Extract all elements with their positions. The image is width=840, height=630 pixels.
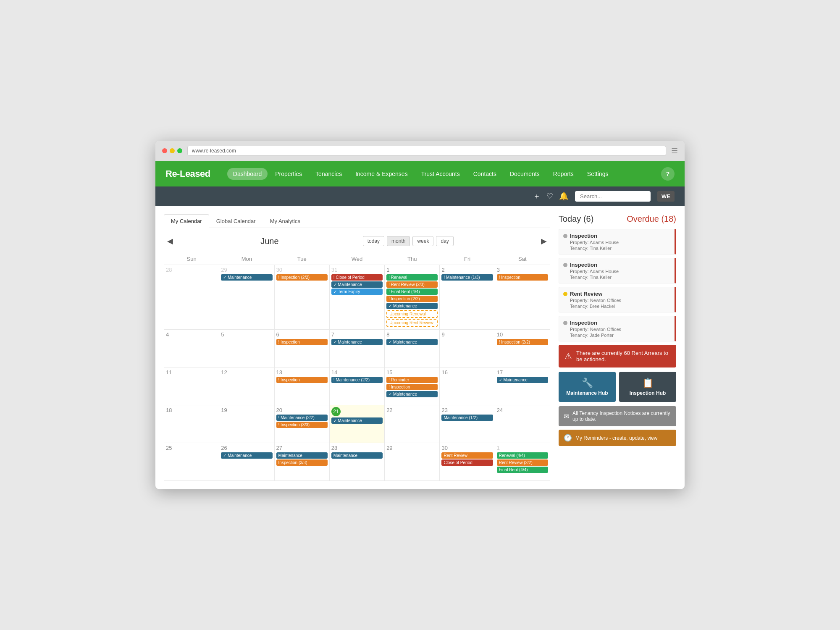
event-inspection-15[interactable]: ! Inspection xyxy=(386,384,438,390)
day-cell-22[interactable]: 22 xyxy=(385,405,440,443)
week-view-button[interactable]: week xyxy=(412,236,433,246)
event-final-rent-1[interactable]: ! Final Rent (4/4) xyxy=(386,289,438,295)
day-cell-24[interactable]: 24 xyxy=(495,405,550,443)
event-close-period-30[interactable]: Close of Period xyxy=(441,459,493,466)
event-close-period-31[interactable]: ! Close of Period xyxy=(331,274,383,281)
maintenance-hub-button[interactable]: 🔧 Maintenance Hub xyxy=(559,372,616,402)
day-cell-23[interactable]: 23 Maintenance (1/2) xyxy=(440,405,495,443)
event-rent-review-30[interactable]: Rent Review xyxy=(441,452,493,459)
event-reminder-15[interactable]: ! Reminder xyxy=(386,377,438,383)
day-cell-18[interactable]: 18 xyxy=(164,405,219,443)
event-rent-review-1[interactable]: ! Rent Review (2/3) xyxy=(386,281,438,288)
day-cell-15[interactable]: 15 ! Reminder ! Inspection ✓ Maintenance xyxy=(385,368,440,405)
next-month-button[interactable]: ▶ xyxy=(538,235,550,247)
day-cell-4[interactable]: 4 xyxy=(164,330,219,368)
today-button[interactable]: today xyxy=(363,236,384,246)
day-cell-14[interactable]: 14 ! Maintenance (2/2) xyxy=(329,368,384,405)
heart-icon[interactable]: ♡ xyxy=(546,192,553,201)
event-inspection-20[interactable]: ! Inspection (3/3) xyxy=(276,422,328,428)
event-renewal-1[interactable]: ! Renewal xyxy=(386,274,438,281)
day-cell-29-may[interactable]: 29 ✓ Maintenance xyxy=(219,265,274,330)
event-inspection-10[interactable]: ! Inspection (2/2) xyxy=(497,339,548,345)
event-renewal-1-jul[interactable]: Renewal (4/4) xyxy=(497,452,548,459)
event-maintenance-7[interactable]: ✓ Maintenance xyxy=(331,339,383,345)
user-badge[interactable]: WE xyxy=(657,191,675,202)
inspection-hub-button[interactable]: 📋 Inspection Hub xyxy=(619,372,676,402)
prev-month-button[interactable]: ◀ xyxy=(164,235,176,247)
task-item-rent-review[interactable]: Rent Review Property: Newton Offices Ten… xyxy=(559,287,676,312)
event-maintenance-15[interactable]: ✓ Maintenance xyxy=(386,391,438,397)
task-item-inspection-3[interactable]: Inspection Property: Newton Offices Tena… xyxy=(559,316,676,341)
day-cell-11[interactable]: 11 xyxy=(164,368,219,405)
day-cell-5[interactable]: 5 xyxy=(219,330,274,368)
day-cell-7[interactable]: 7 ✓ Maintenance xyxy=(329,330,384,368)
event-maintenance-8[interactable]: ✓ Maintenance xyxy=(386,339,438,345)
day-cell-27[interactable]: 27 Maintenance Inspection (3/3) xyxy=(274,443,329,481)
event-maintenance-2[interactable]: ! Maintenance (1/3) xyxy=(441,274,493,281)
day-cell-17[interactable]: 17 ✓ Maintenance xyxy=(495,368,550,405)
month-view-button[interactable]: month xyxy=(387,236,410,246)
event-maintenance-21[interactable]: ✓ Maintenance xyxy=(331,417,383,424)
event-upcoming-rent-1[interactable]: Upcoming Rent Review xyxy=(386,319,438,327)
nav-item-settings[interactable]: Settings xyxy=(581,168,614,180)
event-inspection-13[interactable]: ! Inspection xyxy=(276,377,328,383)
day-cell-26[interactable]: 26 ✓ Maintenance xyxy=(219,443,274,481)
event-inspection-6[interactable]: ! Inspection xyxy=(276,339,328,345)
event-maintenance-26[interactable]: ✓ Maintenance xyxy=(221,452,272,459)
nav-item-documents[interactable]: Documents xyxy=(504,168,546,180)
minimize-dot[interactable] xyxy=(170,148,175,153)
event-maintenance-1[interactable]: ✓ Maintenance xyxy=(386,303,438,309)
help-button[interactable]: ? xyxy=(661,167,675,181)
url-bar[interactable]: www.re-leased.com xyxy=(187,146,666,156)
day-cell-25[interactable]: 25 xyxy=(164,443,219,481)
day-view-button[interactable]: day xyxy=(436,236,453,246)
nav-item-properties[interactable]: Properties xyxy=(269,168,308,180)
event-inspection-3[interactable]: ! Inspection xyxy=(497,274,548,281)
day-cell-1-jul[interactable]: 1 Renewal (4/4) Rent Review (2/2) Final … xyxy=(495,443,550,481)
day-cell-8[interactable]: 8 ✓ Maintenance xyxy=(385,330,440,368)
rent-arrears-alert[interactable]: ⚠ There are currently 60 Rent Arrears to… xyxy=(559,345,676,368)
day-cell-28-may[interactable]: 28 xyxy=(164,265,219,330)
search-input[interactable] xyxy=(575,191,651,202)
maximize-dot[interactable] xyxy=(177,148,182,153)
day-cell-13[interactable]: 13 ! Inspection xyxy=(274,368,329,405)
day-cell-3-jun[interactable]: 3 ! Inspection xyxy=(495,265,550,330)
tab-my-calendar[interactable]: My Calendar xyxy=(164,214,209,228)
day-cell-31-may[interactable]: 31 ! Close of Period ✓ Maintenance ✓ Ter… xyxy=(329,265,384,330)
reminders-item[interactable]: 🕐 My Reminders - create, update, view xyxy=(559,430,676,446)
nav-item-tenancies[interactable]: Tenancies xyxy=(310,168,348,180)
event-inspection-27[interactable]: Inspection (3/3) xyxy=(276,459,328,466)
close-dot[interactable] xyxy=(162,148,167,153)
nav-item-reports[interactable]: Reports xyxy=(547,168,580,180)
day-cell-10[interactable]: 10 ! Inspection (2/2) xyxy=(495,330,550,368)
event-maintenance-14[interactable]: ! Maintenance (2/2) xyxy=(331,377,383,383)
event-inspection-30[interactable]: ! Inspection (2/2) xyxy=(276,274,328,281)
day-cell-6[interactable]: 6 ! Inspection xyxy=(274,330,329,368)
event-maintenance-29[interactable]: ✓ Maintenance xyxy=(221,274,272,281)
nav-item-contacts[interactable]: Contacts xyxy=(467,168,502,180)
event-term-expiry-31[interactable]: ✓ Term Expiry xyxy=(331,289,383,295)
event-final-rent-1-jul[interactable]: Final Rent (4/4) xyxy=(497,467,548,473)
event-maintenance-28[interactable]: Maintenance xyxy=(331,452,383,459)
day-cell-20[interactable]: 20 ! Maintenance (2/2) ! Inspection (3/3… xyxy=(274,405,329,443)
bell-icon[interactable]: 🔔 xyxy=(559,192,568,201)
menu-icon[interactable]: ☰ xyxy=(671,146,678,155)
nav-item-trust-accounts[interactable]: Trust Accounts xyxy=(415,168,466,180)
event-maintenance-20[interactable]: ! Maintenance (2/2) xyxy=(276,415,328,421)
day-cell-30[interactable]: 30 Rent Review Close of Period xyxy=(440,443,495,481)
day-cell-9[interactable]: 9 xyxy=(440,330,495,368)
event-rent-review-1-jul[interactable]: Rent Review (2/2) xyxy=(497,459,548,466)
event-maintenance-27a[interactable]: Maintenance xyxy=(276,452,328,459)
day-cell-1-jun[interactable]: 1 ! Renewal ! Rent Review (2/3) ! Final … xyxy=(385,265,440,330)
event-maintenance-23[interactable]: Maintenance (1/2) xyxy=(441,415,493,421)
event-maintenance-31[interactable]: ✓ Maintenance xyxy=(331,281,383,288)
event-upcoming-renewal-1[interactable]: Upcoming Renewal xyxy=(386,310,438,318)
day-cell-29[interactable]: 29 xyxy=(385,443,440,481)
day-cell-2-jun[interactable]: 2 ! Maintenance (1/3) xyxy=(440,265,495,330)
day-cell-21-today[interactable]: 21 ✓ Maintenance xyxy=(329,405,384,443)
day-cell-12[interactable]: 12 xyxy=(219,368,274,405)
add-icon[interactable]: ＋ xyxy=(533,191,541,201)
nav-item-dashboard[interactable]: Dashboard xyxy=(227,168,268,180)
task-item-inspection-1[interactable]: Inspection Property: Adams House Tenancy… xyxy=(559,229,676,255)
day-cell-30-may[interactable]: 30 ! Inspection (2/2) xyxy=(274,265,329,330)
